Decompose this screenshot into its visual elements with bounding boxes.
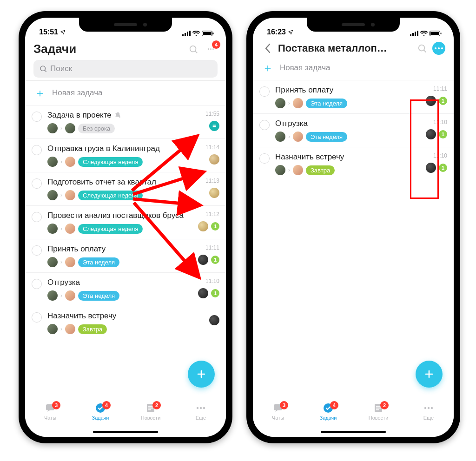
task-row[interactable]: Задача в проекте › Без срока 11:55 <box>25 105 226 138</box>
fab-add[interactable] <box>188 361 215 388</box>
task-checkbox[interactable] <box>32 279 42 289</box>
avatar <box>65 224 75 234</box>
new-task-row[interactable]: ＋ Новая задача <box>253 59 454 80</box>
phone-left: 15:51 Задачи 4 Поиск ＋ <box>19 11 232 443</box>
tab-label: Задачи <box>92 415 109 421</box>
svg-rect-18 <box>410 34 411 36</box>
task-list[interactable]: Принять оплату › Эта неделя 11:11 1 Отгр… <box>253 80 454 398</box>
more-button[interactable] <box>432 42 445 55</box>
task-checkbox[interactable] <box>32 245 42 256</box>
project-indicator-icon <box>426 129 436 139</box>
chevron-right-icon: › <box>60 125 62 132</box>
task-checkbox[interactable] <box>32 212 42 222</box>
search-icon[interactable] <box>416 42 429 55</box>
task-row[interactable]: Провести анализ поставщиков бруса › След… <box>25 205 226 239</box>
project-indicator-icon <box>198 255 208 265</box>
search-input[interactable]: Поиск <box>33 60 218 78</box>
task-row[interactable]: Назначить встречу › Завтра <box>25 306 226 339</box>
search-icon[interactable] <box>187 43 200 56</box>
fab-add[interactable] <box>416 361 443 388</box>
location-icon <box>288 29 293 35</box>
tab-badge: 3 <box>280 401 288 409</box>
chevron-right-icon: › <box>60 158 62 165</box>
task-time: 11:10 <box>205 278 219 284</box>
location-icon <box>60 29 66 35</box>
task-checkbox[interactable] <box>259 86 270 97</box>
task-title: Провести анализ поставщиков бруса <box>47 211 184 220</box>
task-time: 11:10 <box>433 119 447 125</box>
task-title: Отгрузка <box>47 278 80 287</box>
avatar <box>65 157 75 167</box>
chevron-right-icon: › <box>60 192 62 198</box>
chevron-right-icon: › <box>288 167 290 173</box>
chevron-right-icon: › <box>60 225 62 232</box>
project-indicator-icon <box>426 96 436 106</box>
due-tag: Завтра <box>306 165 335 175</box>
svg-rect-2 <box>187 32 188 36</box>
svg-rect-6 <box>213 33 214 34</box>
task-row[interactable]: Принять оплату › Эта неделя 11:11 1 <box>253 80 454 113</box>
task-row[interactable]: Подготовить отчет за квартал › Следующая… <box>25 172 226 205</box>
svg-rect-19 <box>412 33 414 36</box>
status-time: 15:51 <box>39 28 58 36</box>
chevron-right-icon: › <box>288 133 290 140</box>
signal-icon <box>182 31 191 36</box>
tab-chats[interactable]: 3 Чаты <box>253 402 303 437</box>
svg-point-8 <box>40 66 46 71</box>
page-title: Задачи <box>33 42 183 56</box>
task-time: 11:11 <box>205 244 219 251</box>
avatar <box>47 190 58 200</box>
task-row[interactable]: Отправка груза в Калининград › Следующая… <box>25 138 226 172</box>
tab-chats[interactable]: 3 Чаты <box>25 402 75 437</box>
unread-badge: 1 <box>211 289 219 297</box>
task-row[interactable]: Назначить встречу › Завтра 11:10 1 <box>253 147 454 180</box>
task-checkbox[interactable] <box>32 178 42 189</box>
task-checkbox[interactable] <box>259 120 270 130</box>
svg-rect-31 <box>376 409 379 410</box>
task-checkbox[interactable] <box>32 145 42 155</box>
phone-right: 16:23 Поставка металлоп… ＋ Новая задача <box>246 11 460 443</box>
back-icon[interactable] <box>261 42 274 55</box>
battery-icon <box>430 31 442 36</box>
task-row[interactable]: Отгрузка › Эта неделя 11:10 1 <box>25 272 226 306</box>
new-task-label: Новая задача <box>280 63 331 72</box>
avatar <box>65 123 75 133</box>
svg-rect-24 <box>441 33 442 34</box>
avatar <box>293 98 303 108</box>
tab-more[interactable]: Еще <box>403 402 454 437</box>
tab-badge: 2 <box>152 401 161 409</box>
avatar <box>47 290 58 301</box>
task-checkbox[interactable] <box>259 153 270 164</box>
header: Задачи 4 <box>25 38 226 60</box>
project-indicator-icon <box>209 315 219 325</box>
task-list[interactable]: Задача в проекте › Без срока 11:55 Отпра… <box>25 105 226 398</box>
svg-point-34 <box>431 407 433 409</box>
svg-point-32 <box>424 407 426 409</box>
wifi-icon <box>192 31 200 36</box>
screen-left: 15:51 Задачи 4 Поиск ＋ <box>25 18 226 437</box>
tab-icon <box>422 402 436 414</box>
task-checkbox[interactable] <box>32 112 42 122</box>
task-time: 11:12 <box>205 211 219 217</box>
avatar <box>47 224 58 234</box>
svg-point-7 <box>190 46 196 52</box>
svg-point-25 <box>419 45 425 51</box>
home-indicator <box>93 431 158 433</box>
svg-point-17 <box>203 407 205 409</box>
task-row[interactable]: Принять оплату › Эта неделя 11:11 1 <box>25 239 226 272</box>
chevron-right-icon: › <box>288 100 290 106</box>
task-time: 11:55 <box>205 111 219 117</box>
task-row[interactable]: Отгрузка › Эта неделя 11:10 1 <box>253 113 454 147</box>
task-checkbox[interactable] <box>32 312 42 323</box>
search-field-icon <box>39 65 47 73</box>
svg-rect-20 <box>415 32 416 36</box>
task-title: Отправка груза в Калининград <box>47 144 160 153</box>
status-time: 16:23 <box>267 28 286 36</box>
new-task-row[interactable]: ＋ Новая задача <box>25 81 226 105</box>
tab-more[interactable]: Еще <box>176 402 226 437</box>
tab-label: Новости <box>369 415 389 421</box>
project-indicator-icon <box>209 188 219 198</box>
notifications-button[interactable]: 4 <box>204 42 218 56</box>
task-time: 11:14 <box>205 144 219 151</box>
avatar <box>65 290 75 301</box>
